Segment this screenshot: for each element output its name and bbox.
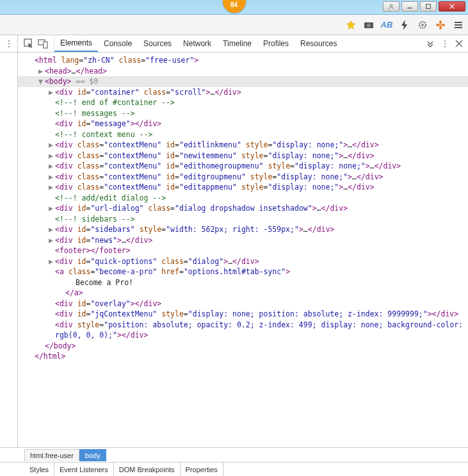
star-icon[interactable] [345, 19, 357, 31]
dom-node[interactable]: </body> [18, 341, 468, 352]
dom-node[interactable]: ▶<div class="contextMenu" id="edithomegr… [18, 161, 468, 172]
svg-point-8 [421, 24, 424, 26]
dom-node[interactable]: ▼<body> == $0 [18, 76, 468, 87]
maximize-button[interactable] [420, 1, 437, 12]
expand-arrow-icon[interactable] [49, 320, 55, 331]
expand-arrow-icon[interactable] [49, 119, 55, 129]
expand-arrow-icon[interactable]: ▼ [38, 76, 45, 87]
expand-arrow-icon[interactable] [28, 351, 35, 362]
tab-resources[interactable]: Resources [295, 35, 343, 52]
expand-arrow-icon[interactable]: ▶ [49, 235, 55, 246]
expand-arrow-icon[interactable]: ▶ [49, 161, 55, 172]
expand-arrow-icon[interactable] [38, 341, 45, 352]
expand-arrow-icon[interactable]: ▶ [49, 203, 55, 214]
expand-arrow-icon[interactable] [69, 277, 76, 288]
expand-arrow-icon[interactable]: ▶ [49, 256, 55, 267]
dom-node[interactable]: <div id="message"></div> [18, 119, 468, 129]
expand-arrow-icon[interactable] [49, 129, 55, 140]
crumb-html-free-user[interactable]: html.free-user [24, 449, 79, 461]
dom-node[interactable]: </a> [18, 288, 468, 299]
expand-arrow-icon[interactable]: ▶ [38, 66, 45, 77]
dom-node[interactable]: <!--! messages --> [18, 108, 468, 119]
expand-arrow-icon[interactable]: ▶ [49, 140, 55, 151]
dom-node[interactable]: </html> [18, 351, 468, 362]
devtools-gutter [0, 53, 18, 447]
dom-node[interactable]: ▶<head>…</head> [18, 66, 468, 77]
dom-node[interactable]: <div style="position: absolute; opacity:… [18, 320, 468, 341]
notification-badge[interactable]: 84 [223, 0, 246, 13]
dom-node[interactable]: <!--! end of #container --> [18, 97, 468, 108]
dom-node[interactable]: ▶<div id="url-dialog" class="dialog drop… [18, 203, 468, 214]
tab-network[interactable]: Network [177, 35, 217, 52]
expand-arrow-icon[interactable] [59, 288, 65, 299]
adblock-icon[interactable]: AB [381, 19, 392, 31]
close-button[interactable] [439, 1, 465, 12]
expand-arrow-icon[interactable] [28, 55, 35, 66]
dom-tree[interactable]: <html lang="zh-CN" class="free-user">▶<h… [18, 53, 468, 447]
expand-arrow-icon[interactable] [49, 193, 55, 204]
devtools-right: ⋮ [421, 39, 468, 48]
expand-arrow-icon[interactable]: ▶ [49, 182, 55, 193]
expand-arrow-icon[interactable]: ▶ [49, 224, 55, 235]
tab-console[interactable]: Console [98, 35, 138, 52]
dom-node[interactable]: <!--! sidebars --> [18, 214, 468, 225]
dom-node[interactable]: <div id="jqContextMenu" style="display: … [18, 309, 468, 320]
dom-node[interactable]: <html lang="zh-CN" class="free-user"> [18, 55, 468, 66]
inspect-icon[interactable] [23, 38, 35, 49]
svg-rect-14 [44, 42, 47, 48]
overflow-icon[interactable] [426, 39, 435, 48]
svg-rect-2 [426, 4, 431, 9]
bottom-tab-styles[interactable]: Styles [24, 463, 54, 476]
dom-node[interactable]: <div id="overlay"></div> [18, 299, 468, 309]
fan-icon[interactable] [435, 19, 446, 31]
dom-node[interactable]: ▶<div id="container" class="scroll">…</d… [18, 87, 468, 98]
devtools-menu-icon[interactable]: ⋮ [0, 35, 18, 52]
expand-arrow-icon[interactable] [49, 108, 55, 119]
expand-arrow-icon[interactable]: ▶ [49, 87, 55, 98]
hamburger-icon[interactable] [453, 19, 464, 31]
dom-node[interactable]: <!--! add/edit dialog --> [18, 193, 468, 204]
window-titlebar: 84 [0, 0, 468, 15]
expand-arrow-icon[interactable] [49, 309, 55, 320]
expand-arrow-icon[interactable] [49, 214, 55, 225]
expand-arrow-icon[interactable] [49, 245, 55, 256]
dom-node[interactable]: ▶<div class="contextMenu" id="editgroupm… [18, 172, 468, 183]
tab-sources[interactable]: Sources [138, 35, 177, 52]
crumb-body[interactable]: body [79, 449, 106, 461]
tab-elements[interactable]: Elements [54, 35, 98, 52]
dom-node[interactable]: ▶<div id="news">…</div> [18, 235, 468, 246]
dom-node[interactable]: ▶<div id="sidebars" style="width: 562px;… [18, 224, 468, 235]
dom-node[interactable]: Become a Pro! [18, 277, 468, 288]
expand-arrow-icon[interactable] [49, 267, 55, 277]
gear-icon[interactable] [417, 19, 428, 31]
tab-timeline[interactable]: Timeline [217, 35, 257, 52]
devtools-close-icon[interactable] [455, 40, 463, 47]
tab-profiles[interactable]: Profiles [257, 35, 295, 52]
devtools-more-icon[interactable]: ⋮ [441, 39, 449, 48]
minimize-button[interactable] [401, 1, 418, 12]
devtools-tabs: ElementsConsoleSourcesNetworkTimelinePro… [54, 35, 421, 52]
bottom-tabs: StylesEvent ListenersDOM BreakpointsProp… [0, 462, 468, 476]
dom-node[interactable]: <a class="become-a-pro" href="options.ht… [18, 267, 468, 277]
bottom-tab-properties[interactable]: Properties [181, 463, 223, 476]
dom-node[interactable]: ▶<div class="contextMenu" id="editappmen… [18, 182, 468, 193]
dom-node[interactable]: <!--! context menu --> [18, 129, 468, 140]
bottom-tab-dom-breakpoints[interactable]: DOM Breakpoints [114, 463, 181, 476]
device-icon[interactable] [37, 38, 49, 49]
camera-icon[interactable] [363, 19, 375, 31]
user-button[interactable] [383, 1, 399, 12]
devtools-main: <html lang="zh-CN" class="free-user">▶<h… [0, 53, 468, 447]
devtools-tools [18, 35, 54, 52]
dom-node[interactable]: ▶<div class="contextMenu" id="newitemmen… [18, 151, 468, 161]
bottom-tab-event-listeners[interactable]: Event Listeners [54, 463, 114, 476]
dom-node[interactable]: ▶<div id="quick-options" class="dialog">… [18, 256, 468, 267]
expand-arrow-icon[interactable]: ▶ [49, 151, 55, 161]
dom-node[interactable]: <footer></footer> [18, 245, 468, 256]
svg-point-6 [367, 23, 371, 27]
devtools-toolbar: ⋮ ElementsConsoleSourcesNetworkTimelineP… [0, 35, 468, 53]
expand-arrow-icon[interactable] [49, 299, 55, 309]
bolt-icon[interactable] [399, 19, 410, 31]
expand-arrow-icon[interactable] [49, 97, 55, 108]
dom-node[interactable]: ▶<div class="contextMenu" id="editlinkme… [18, 140, 468, 151]
expand-arrow-icon[interactable]: ▶ [49, 172, 55, 183]
